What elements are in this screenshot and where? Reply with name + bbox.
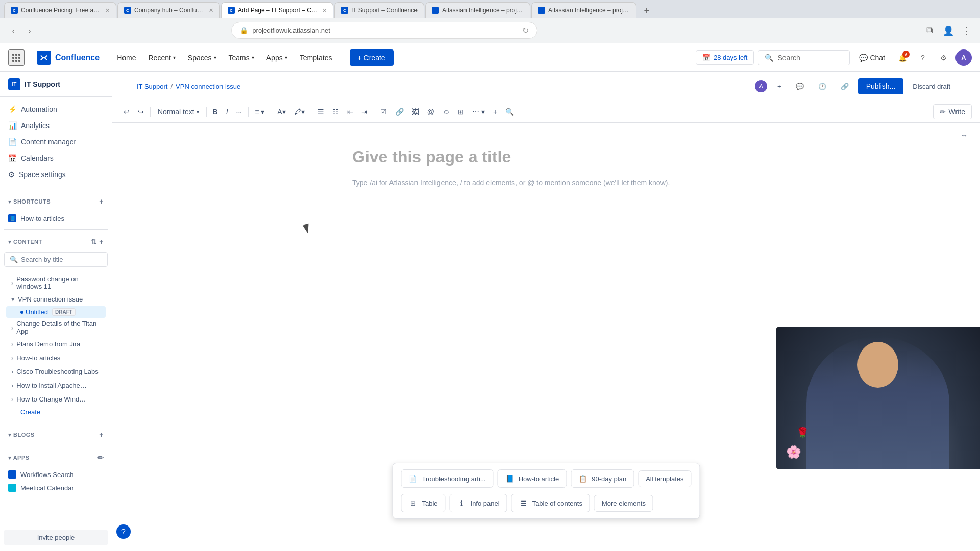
sidebar-app-meetical[interactable]: Meetical Calendar xyxy=(4,481,108,494)
bullet-list-button[interactable]: ☰ xyxy=(314,104,327,119)
sidebar-item-space-settings[interactable]: ⚙ Space settings xyxy=(0,166,112,183)
sidebar-shortcut-how-to-articles[interactable]: 📘 How-to articles xyxy=(4,212,108,225)
indent-decrease-button[interactable]: ⇤ xyxy=(344,104,356,119)
discard-draft-button[interactable]: Discard draft xyxy=(908,80,955,93)
insert-toc-button[interactable]: ☰ Table of contents xyxy=(511,494,590,512)
sidebar-item-content-manager[interactable]: 📄 Content manager xyxy=(0,134,112,150)
nav-home[interactable]: Home xyxy=(112,51,141,65)
create-button[interactable]: + Create xyxy=(350,49,394,66)
write-button[interactable]: ✏ Write xyxy=(933,104,972,119)
browser-tab-2[interactable]: C Company hub – Confluence ✕ xyxy=(117,2,220,18)
insert-info-panel-button[interactable]: ℹ Info panel xyxy=(450,494,507,512)
nav-spaces[interactable]: Spaces ▾ xyxy=(183,51,222,65)
insert-more-button[interactable]: + xyxy=(490,104,500,119)
emoji-button[interactable]: ☺ xyxy=(439,104,453,119)
app-switcher-button[interactable] xyxy=(8,49,24,66)
nav-templates[interactable]: Templates xyxy=(295,51,337,65)
nav-recent[interactable]: Recent ▾ xyxy=(143,51,180,65)
sidebar-item-analytics[interactable]: 📊 Analytics xyxy=(0,117,112,134)
browser-tab-1[interactable]: C Confluence Pricing: Free and Paid Plan… xyxy=(4,2,116,18)
nav-teams[interactable]: Teams ▾ xyxy=(224,51,259,65)
address-bar[interactable]: 🔒 projectflowuk.atlassian.net ↻ xyxy=(231,22,537,39)
content-toggle[interactable]: ▾ CONTENT xyxy=(8,239,42,245)
sidebar-item-vpn-issue[interactable]: ▾ VPN connection issue xyxy=(6,292,106,306)
link-button[interactable]: 🔗 xyxy=(836,80,854,93)
breadcrumb-vpn-issue[interactable]: VPN connection issue xyxy=(176,83,240,90)
link-toolbar-button[interactable]: 🔗 xyxy=(392,104,407,119)
sidebar-item-apache-solr[interactable]: › How to install Apache SOLR on Wi... xyxy=(6,379,106,392)
italic-button[interactable]: I xyxy=(223,104,231,119)
browser-tab-3[interactable]: C Add Page – IT Support – Confluence ✕ xyxy=(221,2,333,18)
app-logo[interactable]: Confluence xyxy=(37,51,100,65)
sidebar-space-header[interactable]: IT IT Support xyxy=(0,72,112,97)
sidebar-item-plans-demo[interactable]: › Plans Demo from Jira xyxy=(6,337,106,351)
more-text-button[interactable]: ··· xyxy=(233,104,246,119)
blogs-toggle[interactable]: ▾ BLOGS xyxy=(8,432,35,438)
format-selector[interactable]: Normal text ▾ xyxy=(154,106,203,118)
expand-icon-5[interactable]: › xyxy=(10,353,14,363)
sidebar-item-calendars[interactable]: 📅 Calendars xyxy=(0,150,112,166)
shortcuts-toggle[interactable]: ▾ SHORTCUTS xyxy=(8,198,51,205)
history-button[interactable]: 🕐 xyxy=(813,80,831,93)
chat-button[interactable]: 💬 Chat xyxy=(854,51,890,65)
blogs-add[interactable]: + xyxy=(99,431,104,439)
sidebar-app-workflows[interactable]: Workflows Search xyxy=(4,468,108,481)
apps-toggle[interactable]: ▾ APPS xyxy=(8,455,30,461)
refresh-icon[interactable]: ↻ xyxy=(522,26,529,35)
image-button[interactable]: 🖼 xyxy=(409,104,422,119)
sidebar-item-untitled-draft[interactable]: Untitled DRAFT xyxy=(6,306,106,318)
menu-button[interactable]: ⋮ xyxy=(960,23,974,38)
content-filter[interactable]: ⇅ xyxy=(91,238,97,246)
template-how-to-button[interactable]: 📘 How-to article xyxy=(498,469,567,488)
content-add[interactable]: + xyxy=(99,238,104,246)
browser-tab-6[interactable]: Atlassian Intelligence – projectflowuk –… xyxy=(531,2,636,18)
breadcrumb-it-support[interactable]: IT Support xyxy=(137,83,167,90)
nav-apps[interactable]: Apps ▾ xyxy=(261,51,292,65)
sidebar-item-automation[interactable]: ⚡ Automation xyxy=(0,101,112,117)
expand-icon-2[interactable]: ▾ xyxy=(10,294,16,304)
back-button[interactable]: ‹ xyxy=(6,23,20,38)
search-toolbar-button[interactable]: 🔍 xyxy=(502,104,517,119)
new-tab-button[interactable]: + xyxy=(640,4,654,18)
tab-close-1[interactable]: ✕ xyxy=(105,7,110,14)
shortcuts-add[interactable]: + xyxy=(99,197,104,206)
expand-icon-3[interactable]: › xyxy=(10,323,14,333)
trial-button[interactable]: 📅 28 days left xyxy=(696,50,754,65)
mention-button[interactable]: @ xyxy=(424,104,437,119)
numbered-list-button[interactable]: ☷ xyxy=(329,104,342,119)
extensions-button[interactable]: ⧉ xyxy=(923,23,937,38)
align-button[interactable]: ≡ ▾ xyxy=(252,104,267,119)
expand-editor-button[interactable]: ↔ xyxy=(961,131,968,139)
all-templates-button[interactable]: All templates xyxy=(638,470,691,487)
floating-help-button[interactable]: ? xyxy=(116,524,131,539)
template-90-day-button[interactable]: 📋 90-day plan xyxy=(571,469,634,488)
browser-tab-4[interactable]: C IT Support – Confluence xyxy=(334,2,424,18)
sidebar-item-titan-app[interactable]: › Change Details of the Titan App xyxy=(6,318,106,337)
forward-button[interactable]: › xyxy=(22,23,37,38)
add-collaborator-button[interactable]: + xyxy=(772,80,787,93)
comment-button[interactable]: 💬 xyxy=(791,80,809,93)
task-button[interactable]: ☑ xyxy=(377,104,390,119)
user-avatar[interactable]: A xyxy=(955,49,972,66)
undo-button[interactable]: ↩ xyxy=(120,104,133,119)
more-elements-button[interactable]: More elements xyxy=(594,495,653,512)
invite-people-button[interactable]: Invite people xyxy=(4,530,108,545)
tab-close-3[interactable]: ✕ xyxy=(322,7,327,14)
search-button[interactable]: 🔍 Search xyxy=(758,50,850,65)
browser-tab-5[interactable]: Atlassian Intelligence – projectflowuk –… xyxy=(425,2,530,18)
sidebar-item-windows-server[interactable]: › How to Change Windows Server p... xyxy=(6,392,106,406)
expand-icon-7[interactable]: › xyxy=(10,381,14,390)
more-elements-toolbar-button[interactable]: ⋯ ▾ xyxy=(469,104,488,119)
template-troubleshooting-button[interactable]: 📄 Troubleshooting arti... xyxy=(401,469,493,488)
sidebar-item-password-change[interactable]: › Password change on windows 11 xyxy=(6,273,106,292)
bold-button[interactable]: B xyxy=(210,104,221,119)
help-button[interactable]: ? xyxy=(915,49,931,66)
apps-edit[interactable]: ✏ xyxy=(97,454,104,462)
tab-close-2[interactable]: ✕ xyxy=(209,7,213,14)
expand-icon-4[interactable]: › xyxy=(10,339,14,349)
publish-button[interactable]: Publish... xyxy=(858,78,904,94)
editor-body-placeholder[interactable]: Type /ai for Atlassian Intelligence, / t… xyxy=(352,179,740,187)
table-toolbar-button[interactable]: ⊞ xyxy=(455,104,467,119)
expand-icon-1[interactable]: › xyxy=(10,278,14,288)
indent-increase-button[interactable]: ⇥ xyxy=(358,104,371,119)
